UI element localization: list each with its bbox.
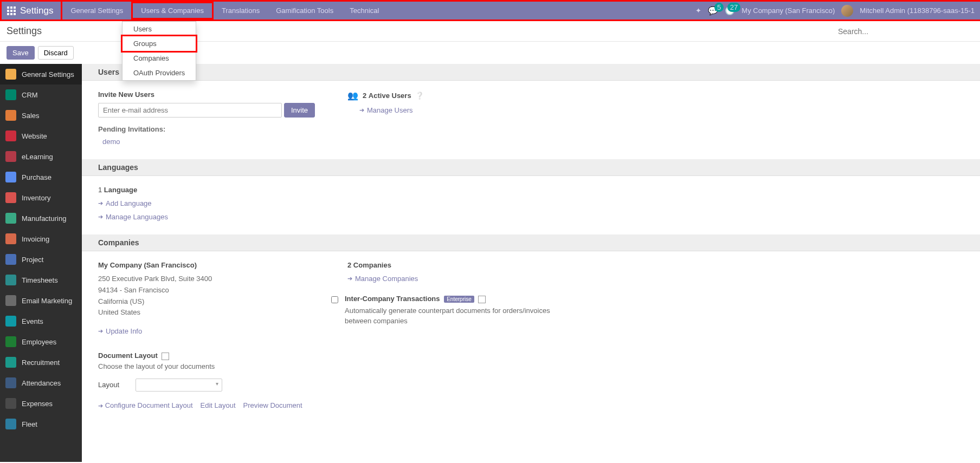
sidebar-icon [5,69,16,80]
pending-label: Pending Invitations: [98,125,315,133]
sidebar-item-label: Employees [22,338,56,346]
arrow-icon: ➔ [98,213,103,220]
top-right: ✦ 💬 5 🕓 27 My Company (San Francisco) Mi… [695,5,980,17]
sidebar-item-label: Expenses [22,400,53,408]
invite-button[interactable]: Invite [284,103,315,118]
help-icon[interactable]: ❔ [415,92,424,100]
active-users-count: 2 [363,92,366,100]
enterprise-badge: Enterprise [444,296,474,303]
sidebar-icon [5,357,16,368]
layout-select[interactable] [136,379,222,392]
dropdown-oauth[interactable]: OAuth Providers [122,66,196,80]
topmenu-gamification[interactable]: Gamification Tools [268,2,341,19]
edit-layout-link[interactable]: Edit Layout [201,401,236,409]
sidebar-item-website[interactable]: Website [0,126,82,146]
discard-button[interactable]: Discard [38,46,74,60]
pending-item[interactable]: demo [102,138,315,146]
sidebar: General SettingsCRMSalesWebsiteeLearning… [0,64,82,462]
messages-icon[interactable]: 💬 5 [708,6,718,16]
arrow-icon: ➔ [347,275,352,282]
sidebar-item-label: Website [22,132,47,140]
sidebar-item-manufacturing[interactable]: Manufacturing [0,208,82,229]
sidebar-item-label: Purchase [22,173,51,181]
sidebar-item-attendances[interactable]: Attendances [0,373,82,393]
invite-email-input[interactable] [98,103,282,118]
intercompany-desc: Automatically generate counterpart docum… [345,305,564,327]
configure-layout-link[interactable]: Configure Document Layout [105,401,193,409]
arrow-icon: ➔ [98,328,103,335]
layout-label: Layout [98,381,119,389]
sidebar-item-label: Manufacturing [22,214,66,223]
topmenu-translations[interactable]: Translations [214,2,268,19]
sidebar-item-label: Timesheets [22,276,58,284]
building-icon [478,296,486,303]
sidebar-item-fleet[interactable]: Fleet [0,414,82,434]
sidebar-item-email-marketing[interactable]: Email Marketing [0,290,82,311]
sidebar-icon [5,192,16,203]
sidebar-icon [5,275,16,285]
sidebar-item-elearning[interactable]: eLearning [0,146,82,167]
sidebar-item-recruitment[interactable]: Recruitment [0,352,82,373]
topmenu-general-settings[interactable]: General Settings [62,2,131,19]
user-name[interactable]: Mitchell Admin (11838796-saas-15-1 [860,6,975,15]
sidebar-item-inventory[interactable]: Inventory [0,187,82,208]
section-languages-header: Languages [82,159,980,176]
manage-companies-link[interactable]: Manage Companies [355,275,418,283]
preview-document-link[interactable]: Preview Document [243,401,302,409]
apps-icon [7,6,16,15]
main: General SettingsCRMSalesWebsiteeLearning… [0,64,980,462]
sidebar-item-label: eLearning [22,153,53,161]
sidebar-icon [5,295,16,306]
sidebar-icon [5,89,16,100]
sidebar-item-purchase[interactable]: Purchase [0,167,82,187]
companies-count: 2 [347,261,351,269]
search-input[interactable] [838,27,973,36]
arrow-icon: ➔ [98,402,103,409]
intercompany-checkbox[interactable] [331,296,338,303]
sidebar-icon [5,110,16,121]
sidebar-icon [5,316,16,327]
company-switcher[interactable]: My Company (San Francisco) [742,6,835,15]
topmenu-users-companies[interactable]: Users & Companies [131,2,214,19]
sidebar-item-general-settings[interactable]: General Settings [0,64,82,84]
manage-languages-link[interactable]: Manage Languages [106,213,168,221]
svg-rect-8 [14,13,16,15]
topmenu-technical[interactable]: Technical [341,2,387,19]
add-language-link[interactable]: Add Language [106,199,152,207]
sidebar-item-project[interactable]: Project [0,249,82,270]
sidebar-item-crm[interactable]: CRM [0,84,82,105]
activities-badge: 27 [727,3,740,12]
sidebar-icon [5,377,16,388]
arrow-icon: ➔ [359,107,364,114]
sidebar-item-label: Fleet [22,420,37,428]
users-companies-dropdown: Users Groups Companies OAuth Providers [122,21,196,81]
sidebar-item-timesheets[interactable]: Timesheets [0,270,82,290]
sidebar-item-expenses[interactable]: Expenses [0,393,82,414]
sidebar-item-label: Sales [22,112,40,120]
intercompany-label: Inter-Company Transactions [345,295,440,303]
company-name: My Company (San Francisco) [98,261,315,269]
activities-icon[interactable]: 🕓 27 [725,6,735,16]
companies-count-label: Companies [353,261,391,269]
sidebar-item-sales[interactable]: Sales [0,105,82,126]
dropdown-users[interactable]: Users [122,22,196,36]
save-button[interactable]: Save [7,46,35,60]
update-info-link[interactable]: Update Info [106,327,142,335]
manage-users-link[interactable]: Manage Users [367,106,413,114]
sidebar-item-employees[interactable]: Employees [0,331,82,352]
top-menu: General Settings Users & Companies Trans… [62,2,387,19]
sidebar-item-label: Invoicing [22,235,49,243]
sidebar-icon [5,419,16,429]
page-title: Settings [7,25,42,37]
dropdown-companies[interactable]: Companies [122,51,196,66]
avatar[interactable] [841,5,853,17]
sidebar-item-label: Attendances [22,379,61,387]
sidebar-icon [5,398,16,409]
sidebar-item-invoicing[interactable]: Invoicing [0,229,82,249]
gift-icon[interactable]: ✦ [695,6,701,15]
sidebar-item-label: General Settings [22,70,74,79]
sidebar-icon [5,233,16,244]
sidebar-item-events[interactable]: Events [0,311,82,331]
dropdown-groups[interactable]: Groups [121,35,197,53]
app-title-wrap[interactable]: Settings [0,0,62,21]
